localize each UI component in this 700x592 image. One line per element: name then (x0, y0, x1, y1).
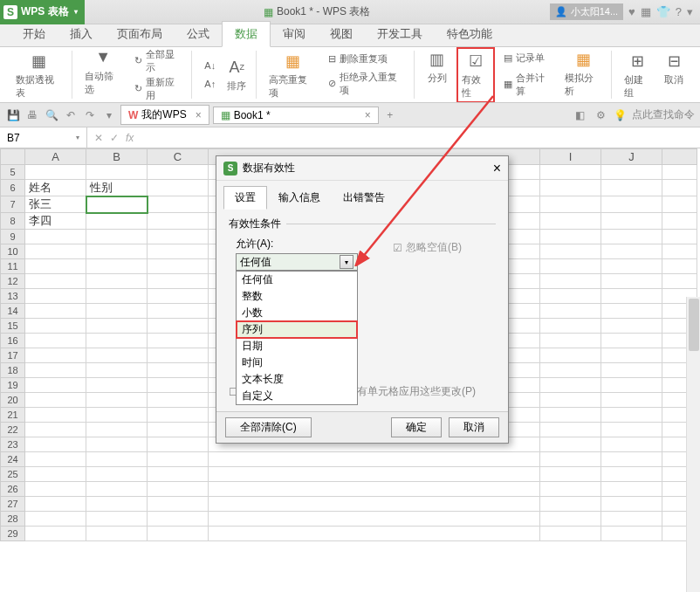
row-22[interactable]: 22 (1, 423, 25, 437)
cell-C8[interactable] (148, 213, 209, 230)
row-25[interactable]: 25 (1, 467, 25, 482)
record-form-button[interactable]: ▤记录单 (504, 51, 552, 65)
cell-C12[interactable] (148, 274, 209, 289)
cell-B6[interactable]: 性别 (86, 180, 148, 196)
cell-I20[interactable] (540, 393, 601, 408)
cell-end7[interactable] (662, 196, 697, 213)
cell-J22[interactable] (601, 423, 662, 437)
row-29[interactable]: 29 (1, 527, 25, 541)
cell-I7[interactable] (540, 196, 601, 213)
cell-A8[interactable]: 李四 (25, 213, 86, 230)
row-7[interactable]: 7 (1, 196, 25, 213)
cell-C22[interactable] (148, 423, 209, 437)
cell-J25[interactable] (601, 467, 662, 482)
allow-combo[interactable]: 任何值 ▾ 任何值整数小数序列日期时间文本长度自定义 (236, 253, 358, 271)
cell-I8[interactable] (540, 213, 601, 230)
close-icon[interactable]: × (365, 109, 371, 121)
cell-C13[interactable] (148, 289, 209, 304)
row-24[interactable]: 24 (1, 452, 25, 467)
cell-C6[interactable] (148, 180, 209, 196)
row-11[interactable]: 11 (1, 259, 25, 274)
cell-B13[interactable] (86, 289, 148, 304)
cell-A13[interactable] (25, 289, 86, 304)
tab-special[interactable]: 特色功能 (435, 22, 504, 46)
pivot-button[interactable]: ▦ 数据透视表 (12, 49, 66, 101)
vertical-scrollbar[interactable] (686, 297, 700, 592)
dtab-settings[interactable]: 设置 (223, 186, 267, 210)
row-6[interactable]: 6 (1, 180, 25, 196)
allow-option-7[interactable]: 自定义 (237, 388, 357, 404)
cell-B19[interactable] (86, 378, 148, 393)
cell-I22[interactable] (540, 423, 601, 437)
cell-end8[interactable] (662, 213, 697, 230)
cell-J19[interactable] (601, 378, 662, 393)
cell-J13[interactable] (601, 289, 662, 304)
cell-C10[interactable] (148, 244, 209, 259)
cell-C28[interactable] (148, 512, 209, 527)
row-14[interactable]: 14 (1, 304, 25, 319)
row-27[interactable]: 27 (1, 497, 25, 512)
cell-J6[interactable] (601, 180, 662, 196)
consolidate-button[interactable]: ▦合并计算 (504, 71, 552, 99)
group-button[interactable]: ⊞ 创建组 (621, 49, 655, 101)
heart-icon[interactable]: ♥ (628, 5, 635, 18)
save-icon[interactable]: 💾 (5, 107, 21, 123)
col-B[interactable]: B (86, 149, 148, 165)
cell-end11[interactable] (662, 259, 697, 274)
cell-B16[interactable] (86, 334, 148, 348)
grid-icon[interactable]: ▦ (641, 5, 651, 18)
cell-B18[interactable] (86, 363, 148, 378)
cell-I17[interactable] (540, 348, 601, 363)
sort-asc[interactable]: A↓ (204, 59, 216, 72)
tab-insert[interactable]: 插入 (58, 22, 105, 46)
cell-A18[interactable] (25, 363, 86, 378)
row-28[interactable]: 28 (1, 512, 25, 527)
cell-end10[interactable] (662, 244, 697, 259)
cell-I6[interactable] (540, 180, 601, 196)
cell-C24[interactable] (148, 452, 209, 467)
cell-A29[interactable] (25, 527, 86, 541)
cancel-icon[interactable]: ✕ (94, 132, 103, 144)
tab-formula[interactable]: 公式 (175, 22, 222, 46)
cell-J27[interactable] (601, 497, 662, 512)
cell-J5[interactable] (601, 165, 662, 180)
cell-A7[interactable]: 张三 (25, 196, 86, 213)
cell-J21[interactable] (601, 408, 662, 423)
cell-I13[interactable] (540, 289, 601, 304)
cell-end6[interactable] (662, 180, 697, 196)
whatif-button[interactable]: ▦ 模拟分析 (561, 47, 606, 103)
col-A[interactable]: A (25, 149, 86, 165)
cell-C15[interactable] (148, 319, 209, 334)
cell-A28[interactable] (25, 512, 86, 527)
cell-B14[interactable] (86, 304, 148, 319)
cell-J29[interactable] (601, 527, 662, 541)
chevron-down-icon[interactable]: ▾ (76, 134, 79, 141)
cell-C26[interactable] (148, 482, 209, 497)
allow-option-3[interactable]: 序列 (237, 321, 357, 338)
cell-A5[interactable] (25, 165, 86, 180)
tab-data[interactable]: 数据 (222, 21, 271, 47)
cell-C20[interactable] (148, 393, 209, 408)
cell-C27[interactable] (148, 497, 209, 512)
cell-J9[interactable] (601, 230, 662, 244)
allow-option-0[interactable]: 任何值 (237, 272, 357, 288)
cell-A24[interactable] (25, 452, 86, 467)
row-16[interactable]: 16 (1, 334, 25, 348)
cell-J20[interactable] (601, 393, 662, 408)
highlight-dup-button[interactable]: ▦ 高亮重复项 (265, 49, 319, 101)
col-J[interactable]: J (601, 149, 662, 165)
cell-J28[interactable] (601, 512, 662, 527)
cell-A6[interactable]: 姓名 (25, 180, 86, 196)
cell-B25[interactable] (86, 467, 148, 482)
cell-B20[interactable] (86, 393, 148, 408)
cell-I15[interactable] (540, 319, 601, 334)
doc-tab[interactable]: ▦ Book1 * × (213, 107, 379, 124)
allow-option-2[interactable]: 小数 (237, 305, 357, 321)
shirt-icon[interactable]: 👕 (656, 5, 670, 18)
fx-icon[interactable]: fx (126, 132, 134, 144)
row-17[interactable]: 17 (1, 348, 25, 363)
name-box[interactable]: B7 ▾ (0, 127, 87, 148)
cell-A17[interactable] (25, 348, 86, 363)
cell-A12[interactable] (25, 274, 86, 289)
select-all-corner[interactable] (1, 149, 25, 165)
